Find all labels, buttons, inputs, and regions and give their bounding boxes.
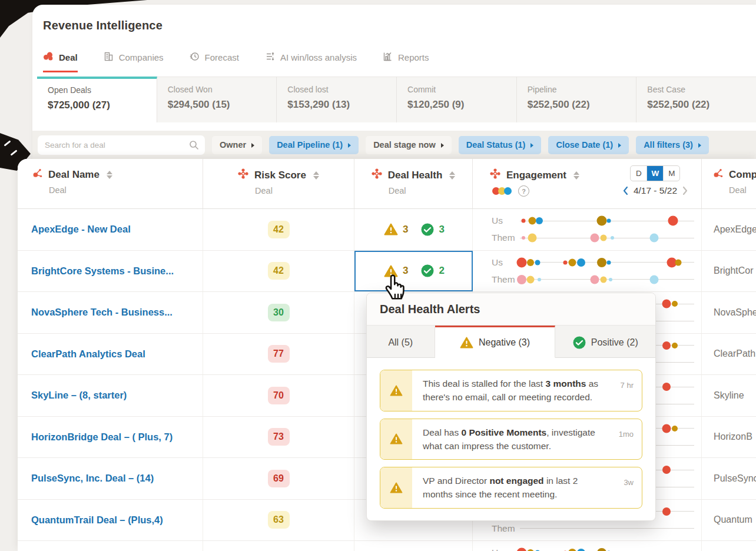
- search-placeholder: Search for a deal: [45, 141, 105, 150]
- alert-card: This deal is stalled for the last 3 mont…: [380, 370, 642, 411]
- tab-reports[interactable]: Reports: [383, 52, 429, 72]
- tab-forecast[interactable]: Forecast: [190, 52, 239, 72]
- period-option-m[interactable]: M: [664, 166, 679, 181]
- filter-chip[interactable]: Deal Status (1): [459, 136, 542, 154]
- summary-card[interactable]: Open Deals $725,000 (27): [37, 77, 157, 122]
- engagement-dot: [668, 216, 678, 226]
- filter-chip[interactable]: Close Date (1): [548, 136, 629, 154]
- deal-name-link[interactable]: NovaSphere Tech - Business...: [18, 292, 203, 333]
- period-option-d[interactable]: D: [631, 166, 647, 181]
- tab-companies[interactable]: Companies: [104, 52, 164, 72]
- summary-card-value: $120,250 (9): [407, 99, 516, 111]
- help-icon[interactable]: ?: [518, 185, 529, 197]
- them-timeline: [520, 238, 694, 238]
- tab-deal[interactable]: Deal: [43, 52, 78, 72]
- deal-name-link[interactable]: ClearPath Analytics Deal: [18, 334, 203, 375]
- engagement-dot: [601, 276, 607, 283]
- summary-card[interactable]: Pipeline $252,500 (22): [517, 77, 637, 122]
- deal-health-cell[interactable]: [354, 541, 473, 551]
- engagement-dot: [597, 216, 607, 226]
- deal-health-cell[interactable]: 3 3: [354, 209, 473, 250]
- summary-card[interactable]: Commit $120,250 (9): [397, 77, 517, 122]
- column-header-company[interactable]: Comp Deal: [702, 159, 756, 208]
- warning-icon: [460, 337, 473, 348]
- popup-tab[interactable]: All (5): [367, 326, 435, 358]
- deal-health-cell[interactable]: 3 2: [354, 251, 473, 292]
- deal-name-link[interactable]: PulseSync, Inc. Deal – (14): [18, 458, 203, 499]
- summary-card[interactable]: Best Case $252,500 (22): [636, 77, 756, 122]
- summary-card-label: Best Case: [647, 85, 756, 94]
- chevron-right-icon: [441, 143, 444, 148]
- warning-icon: [390, 433, 403, 444]
- company-cell: Skyline: [702, 375, 756, 416]
- table-row: Us Them: [18, 541, 756, 551]
- popup-tab[interactable]: Positive (2): [555, 326, 655, 358]
- deal-name-link[interactable]: SkyLine – (8, starter): [18, 375, 203, 416]
- engagement-dot: [675, 259, 682, 265]
- engagement-dot: [535, 260, 540, 265]
- engagement-dot: [577, 258, 585, 267]
- reports-icon: [383, 52, 393, 61]
- column-label: Deal Health: [388, 170, 443, 181]
- popup-tab[interactable]: Negative (3): [435, 326, 556, 358]
- column-header-risk-score[interactable]: Risk Score Deal: [203, 159, 354, 208]
- search-input[interactable]: Search for a deal: [38, 135, 205, 155]
- risk-score-cell: 63: [203, 500, 354, 541]
- company-cell: PulseSync: [702, 458, 756, 499]
- alert-text: Deal has 0 Positive Moments, investigate…: [412, 419, 642, 460]
- ai-icon: [265, 52, 275, 61]
- filter-chip[interactable]: All filters (3): [636, 136, 709, 154]
- column-sublabel: Deal: [389, 186, 456, 195]
- column-header-engagement[interactable]: Engagement ? DWM 4/17 - 5/22: [473, 159, 702, 208]
- deal-name-link[interactable]: BrightCore Systems - Busine...: [18, 251, 203, 292]
- deal-name-link[interactable]: [18, 541, 203, 551]
- engagement-dot: [591, 234, 599, 243]
- engagement-dot: [662, 383, 671, 391]
- column-header-deal-health[interactable]: Deal Health Deal: [354, 159, 473, 208]
- date-range-label: 4/17 - 5/22: [634, 185, 677, 196]
- us-timeline: [520, 262, 694, 263]
- company-cell: NovaSphe: [702, 292, 756, 333]
- hubspot-sprocket-icon: [32, 168, 42, 181]
- risk-score-badge: 70: [268, 387, 290, 404]
- risk-score-badge: 77: [268, 345, 290, 363]
- deal-name-link[interactable]: ApexEdge - New Deal: [18, 209, 203, 250]
- alert-timestamp: 3w: [624, 478, 634, 487]
- engagement-dot: [649, 275, 658, 284]
- engagement-dot: [597, 258, 606, 267]
- engagement-dot: [611, 236, 614, 240]
- period-option-w[interactable]: W: [647, 166, 664, 181]
- engagement-dot: [662, 466, 671, 474]
- summary-cards: Open Deals $725,000 (27) Closed Won $294…: [37, 77, 756, 122]
- engagement-dot: [662, 507, 671, 516]
- filter-chip[interactable]: Deal Pipeline (1): [269, 136, 359, 154]
- chevron-left-icon[interactable]: [622, 186, 628, 195]
- column-header-deal-name[interactable]: Deal Name Deal: [18, 159, 203, 208]
- us-label: Us: [492, 215, 520, 226]
- popup-tab-label: Positive (2): [591, 337, 638, 348]
- engagement-dot: [528, 217, 536, 225]
- deal-name-link[interactable]: QuantumTrail Deal – (Plus,4): [18, 500, 203, 541]
- filter-chip[interactable]: Deal stage now: [366, 136, 452, 154]
- table-row: ApexEdge - New Deal 42 3 3 Us Them ApexE…: [18, 209, 756, 251]
- page-title: Revenue Intelligence: [43, 19, 163, 32]
- engagement-cell: Us Them: [473, 251, 702, 292]
- engagement-dot: [522, 236, 525, 240]
- risk-score-cell: 77: [203, 334, 354, 375]
- summary-card[interactable]: Closed lost $153,290 (13): [277, 77, 397, 122]
- company-cell: ClearPath: [702, 334, 756, 375]
- summary-card[interactable]: Closed Won $294,500 (15): [157, 77, 277, 122]
- property-icon: [238, 168, 248, 182]
- deal-name-link[interactable]: HorizonBridge Deal – ( Plus, 7): [18, 417, 203, 458]
- risk-score-cell: 30: [203, 292, 354, 333]
- summary-card-value: $294,500 (15): [168, 99, 277, 111]
- positive-alert-count: 2: [439, 265, 444, 277]
- chevron-right-icon[interactable]: [682, 186, 688, 195]
- alert-text: VP and Director not engaged in last 2 mo…: [412, 467, 642, 508]
- deal-icon: [43, 52, 54, 61]
- filter-chip[interactable]: Owner: [212, 136, 262, 154]
- tab-ai-win-loss-analysis[interactable]: AI win/loss analysis: [265, 52, 357, 72]
- column-label: Deal Name: [48, 169, 100, 181]
- them-label: Them: [492, 233, 520, 243]
- property-icon: [372, 168, 382, 182]
